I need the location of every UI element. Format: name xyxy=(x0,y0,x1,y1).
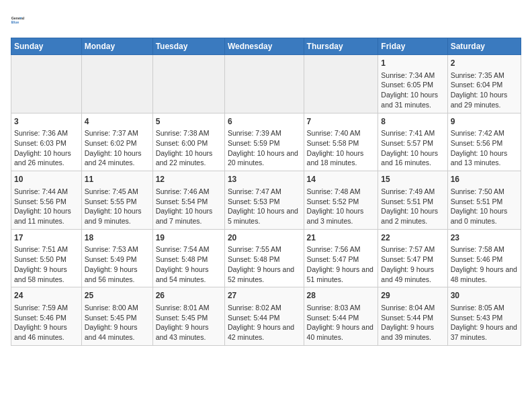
logo: General Blue xyxy=(11,11,30,30)
calendar-cell: 22Sunrise: 7:57 AMSunset: 5:47 PMDayligh… xyxy=(378,229,447,287)
day-info: Sunset: 5:44 PM xyxy=(307,313,375,323)
day-info: Sunset: 5:51 PM xyxy=(451,197,518,207)
calendar-cell xyxy=(81,55,152,113)
col-header-wednesday: Wednesday xyxy=(224,38,304,55)
day-number: 13 xyxy=(228,174,301,185)
day-info: Daylight: 9 hours and 58 minutes. xyxy=(14,265,79,284)
calendar-cell: 30Sunrise: 8:05 AMSunset: 5:43 PMDayligh… xyxy=(447,287,521,346)
day-info: Sunset: 5:47 PM xyxy=(307,255,375,265)
calendar-cell: 20Sunrise: 7:55 AMSunset: 5:48 PMDayligh… xyxy=(224,229,304,287)
calendar-cell: 17Sunrise: 7:51 AMSunset: 5:50 PMDayligh… xyxy=(11,229,82,287)
page-header: General Blue xyxy=(11,11,521,30)
logo-icon: General Blue xyxy=(11,11,30,30)
calendar-cell: 13Sunrise: 7:47 AMSunset: 5:53 PMDayligh… xyxy=(224,171,304,230)
day-info: Sunrise: 7:49 AM xyxy=(381,187,444,197)
day-info: Sunrise: 7:54 AM xyxy=(156,244,222,255)
day-info: Sunset: 5:45 PM xyxy=(156,313,222,323)
day-info: Sunset: 6:02 PM xyxy=(85,138,150,148)
col-header-friday: Friday xyxy=(378,38,447,55)
day-number: 21 xyxy=(307,232,375,244)
day-info: Sunset: 5:44 PM xyxy=(381,313,444,323)
day-info: Daylight: 9 hours and 40 minutes. xyxy=(307,322,375,342)
day-info: Sunrise: 7:36 AM xyxy=(14,128,79,138)
day-info: Sunrise: 7:40 AM xyxy=(307,128,375,138)
day-info: Daylight: 10 hours and 31 minutes. xyxy=(381,90,444,109)
calendar-cell: 25Sunrise: 8:00 AMSunset: 5:45 PMDayligh… xyxy=(81,287,152,346)
day-info: Sunrise: 7:58 AM xyxy=(451,244,518,255)
day-info: Daylight: 10 hours and 3 minutes. xyxy=(307,206,375,226)
calendar-week-3: 10Sunrise: 7:44 AMSunset: 5:56 PMDayligh… xyxy=(11,171,521,230)
day-info: Sunset: 5:45 PM xyxy=(85,313,150,323)
day-info: Sunset: 6:05 PM xyxy=(381,80,444,90)
day-info: Sunset: 5:58 PM xyxy=(307,138,375,148)
day-number: 20 xyxy=(228,232,301,244)
day-number: 25 xyxy=(85,290,150,302)
day-number: 18 xyxy=(85,232,150,244)
day-number: 27 xyxy=(228,290,301,302)
day-info: Sunrise: 7:42 AM xyxy=(451,128,518,138)
calendar-cell: 29Sunrise: 8:04 AMSunset: 5:44 PMDayligh… xyxy=(378,287,447,346)
calendar-cell: 23Sunrise: 7:58 AMSunset: 5:46 PMDayligh… xyxy=(447,229,521,287)
calendar-cell: 8Sunrise: 7:41 AMSunset: 5:57 PMDaylight… xyxy=(378,113,447,171)
calendar-cell: 27Sunrise: 8:02 AMSunset: 5:44 PMDayligh… xyxy=(224,287,304,346)
day-number: 10 xyxy=(14,174,79,185)
day-info: Sunset: 5:55 PM xyxy=(85,197,150,207)
day-info: Sunset: 5:56 PM xyxy=(451,138,518,148)
day-info: Daylight: 9 hours and 51 minutes. xyxy=(307,265,375,284)
svg-text:General: General xyxy=(11,16,25,20)
calendar-cell: 4Sunrise: 7:37 AMSunset: 6:02 PMDaylight… xyxy=(81,113,152,171)
calendar-cell: 3Sunrise: 7:36 AMSunset: 6:03 PMDaylight… xyxy=(11,113,82,171)
day-info: Daylight: 10 hours and 7 minutes. xyxy=(156,206,222,226)
day-info: Daylight: 10 hours and 11 minutes. xyxy=(14,206,79,226)
calendar-table: SundayMondayTuesdayWednesdayThursdayFrid… xyxy=(11,38,521,346)
day-info: Daylight: 9 hours and 52 minutes. xyxy=(228,265,301,284)
day-info: Daylight: 10 hours and 24 minutes. xyxy=(85,148,150,168)
day-info: Daylight: 9 hours and 42 minutes. xyxy=(228,322,301,342)
day-info: Sunrise: 8:04 AM xyxy=(381,303,444,313)
day-info: Daylight: 10 hours and 26 minutes. xyxy=(14,148,79,168)
day-number: 11 xyxy=(85,174,150,185)
day-info: Sunset: 5:43 PM xyxy=(451,313,518,323)
day-info: Daylight: 9 hours and 43 minutes. xyxy=(156,322,222,342)
day-number: 9 xyxy=(451,116,518,128)
day-number: 29 xyxy=(381,290,444,302)
day-info: Sunrise: 7:53 AM xyxy=(85,244,150,255)
day-number: 30 xyxy=(451,290,518,302)
day-info: Sunrise: 7:34 AM xyxy=(381,71,444,81)
day-info: Daylight: 10 hours and 13 minutes. xyxy=(451,148,518,168)
day-info: Sunset: 6:03 PM xyxy=(14,138,79,148)
calendar-cell: 9Sunrise: 7:42 AMSunset: 5:56 PMDaylight… xyxy=(447,113,521,171)
day-info: Sunrise: 8:03 AM xyxy=(307,303,375,313)
calendar-cell: 15Sunrise: 7:49 AMSunset: 5:51 PMDayligh… xyxy=(378,171,447,230)
day-number: 22 xyxy=(381,232,444,244)
day-info: Sunrise: 7:35 AM xyxy=(451,71,518,81)
calendar-cell xyxy=(224,55,304,113)
day-info: Sunrise: 8:01 AM xyxy=(156,303,222,313)
day-info: Sunset: 5:56 PM xyxy=(14,197,79,207)
calendar-week-1: 1Sunrise: 7:34 AMSunset: 6:05 PMDaylight… xyxy=(11,55,521,113)
day-number: 15 xyxy=(381,174,444,185)
day-info: Daylight: 9 hours and 54 minutes. xyxy=(156,265,222,284)
day-info: Sunrise: 7:56 AM xyxy=(307,244,375,255)
calendar-cell: 5Sunrise: 7:38 AMSunset: 6:00 PMDaylight… xyxy=(152,113,224,171)
calendar-cell: 10Sunrise: 7:44 AMSunset: 5:56 PMDayligh… xyxy=(11,171,82,230)
calendar-cell: 7Sunrise: 7:40 AMSunset: 5:58 PMDaylight… xyxy=(304,113,378,171)
day-number: 2 xyxy=(451,58,518,69)
col-header-thursday: Thursday xyxy=(304,38,378,55)
day-info: Daylight: 10 hours and 16 minutes. xyxy=(381,148,444,168)
day-info: Sunrise: 7:37 AM xyxy=(85,128,150,138)
day-info: Sunset: 5:59 PM xyxy=(228,138,301,148)
day-info: Daylight: 10 hours and 22 minutes. xyxy=(156,148,222,168)
day-info: Daylight: 9 hours and 46 minutes. xyxy=(14,322,79,342)
calendar-cell xyxy=(152,55,224,113)
day-info: Daylight: 10 hours and 2 minutes. xyxy=(381,206,444,226)
day-info: Sunset: 5:52 PM xyxy=(307,197,375,207)
svg-text:Blue: Blue xyxy=(11,20,19,24)
day-info: Sunrise: 8:05 AM xyxy=(451,303,518,313)
day-info: Daylight: 9 hours and 44 minutes. xyxy=(85,322,150,342)
day-number: 12 xyxy=(156,174,222,185)
day-info: Sunrise: 7:51 AM xyxy=(14,244,79,255)
calendar-cell: 19Sunrise: 7:54 AMSunset: 5:48 PMDayligh… xyxy=(152,229,224,287)
day-info: Sunset: 6:04 PM xyxy=(451,80,518,90)
calendar-cell: 6Sunrise: 7:39 AMSunset: 5:59 PMDaylight… xyxy=(224,113,304,171)
